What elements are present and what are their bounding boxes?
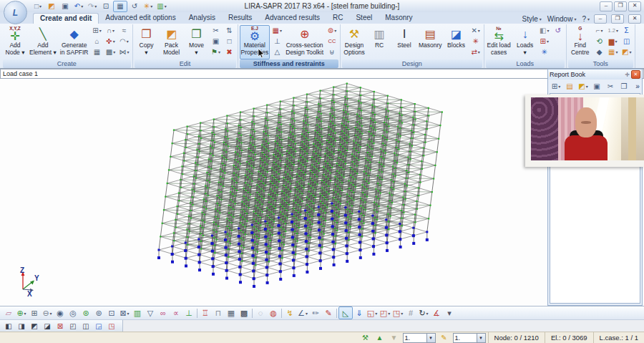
copy-button[interactable]: ❐Copy ▾ (135, 25, 159, 59)
assemble-icon[interactable]: ⚑▾ (210, 47, 223, 57)
refresh-icon[interactable]: ↺ (128, 1, 141, 11)
report-add-icon[interactable]: ⊞▾ (550, 82, 562, 92)
packs-icon[interactable]: ◫ (620, 36, 633, 47)
plane-yz-icon[interactable]: ◳▾ (391, 307, 404, 319)
copy-properties-icon[interactable]: ▣ (210, 36, 223, 47)
tab-masonry[interactable]: Masonry (379, 13, 419, 24)
chart-tool-icon[interactable]: ▥▾ (155, 1, 168, 11)
status-mode-icon[interactable]: ⚒ (359, 333, 372, 343)
check-sections-icon[interactable]: ⇄▾ (469, 47, 482, 57)
doc-close-button[interactable]: ✕ (628, 14, 641, 24)
favorites-icon[interactable]: ✳▾ (142, 1, 155, 11)
find-centre-button[interactable]: G↓FindCentre (568, 25, 592, 59)
arch-icon[interactable]: ∩▾ (104, 25, 117, 36)
maximize-button[interactable]: ❐ (614, 1, 627, 11)
tables-icon[interactable]: ▆▾ (607, 36, 620, 47)
view-isometric-icon[interactable]: ◲ (92, 321, 105, 331)
unify-icon[interactable]: ✳ (469, 36, 482, 47)
close-button[interactable]: ✕ (628, 1, 641, 11)
polygon-select-icon[interactable]: ▱ (2, 307, 15, 319)
view-back-icon[interactable]: ◩ (28, 321, 41, 331)
assign-design-icon[interactable]: ✕▾ (469, 25, 482, 36)
design-options-button[interactable]: ⚒DesignOptions (342, 25, 366, 59)
dynamic-load-icon[interactable]: ✳ (538, 47, 551, 57)
report-cut-icon[interactable]: ✂ (604, 82, 617, 92)
chevron-down-icon[interactable]: ▼ (477, 334, 485, 342)
minimize-button[interactable]: – (600, 1, 613, 11)
report-open-icon[interactable]: ◩▾ (577, 82, 590, 92)
material-properties-button[interactable]: E.J⚙MaterialProperties (240, 25, 270, 59)
zoom-out-icon[interactable]: ⊖▾ (41, 307, 54, 319)
search-selected-icon[interactable]: ◍ (267, 307, 280, 319)
mosaic-plot-icon[interactable]: ▥ (131, 307, 144, 319)
status-edit-icon[interactable]: ✎ (438, 333, 451, 343)
pin-icon[interactable]: ✛ (625, 72, 630, 78)
display-select[interactable]: 1. ▼ (453, 333, 486, 343)
zoom-previous-icon[interactable]: ◎ (67, 307, 79, 319)
restore-fragment-icon[interactable]: ∝ (170, 307, 182, 319)
view-left-icon[interactable]: ◪ (41, 321, 54, 331)
view-front-icon[interactable]: ◨ (15, 321, 28, 331)
chevron-down-icon[interactable]: ▼ (426, 334, 435, 342)
model-check-icon[interactable]: ⟲ (593, 36, 606, 47)
truss-icon[interactable]: ⋈▾ (118, 47, 131, 57)
axes-view-icon[interactable]: ∡ (430, 307, 443, 319)
grid-step-icon[interactable]: ⊞ (28, 307, 41, 319)
filter-icon[interactable]: ▽ (144, 307, 157, 319)
select-block-icon[interactable]: □ (223, 36, 236, 47)
upright-elements-icon[interactable]: ⊥ (182, 307, 195, 319)
move-button[interactable]: ❐Move ▾ (185, 25, 209, 59)
search-icon[interactable]: ◌ (254, 307, 267, 319)
block-select[interactable]: 1. ▼ (403, 333, 436, 343)
load-weight-icon[interactable]: ◧▾ (538, 25, 551, 36)
tab-results[interactable]: Results (222, 13, 258, 24)
tab-advanced-results[interactable]: Advanced results (258, 13, 326, 24)
edit-load-cases-button[interactable]: №⇆Edit loadcases (486, 25, 512, 59)
lock-fragment-icon[interactable]: ⊓ (212, 307, 225, 319)
blocks-button[interactable]: ◪Blocks (444, 25, 469, 59)
zoom-extents-icon[interactable]: ⊚ (92, 307, 105, 319)
report-copy-icon[interactable]: ❐ (618, 82, 630, 92)
status-block-down-icon[interactable]: ▼ (388, 333, 401, 343)
report-save-icon[interactable]: ▣ (590, 82, 603, 92)
zoom-in-icon[interactable]: ⊕▾ (15, 307, 28, 319)
view-top-icon[interactable]: ◰ (67, 321, 79, 331)
pencil-icon[interactable]: ✏ (309, 307, 322, 319)
local-axes-icon[interactable]: ⊜▾ (326, 25, 338, 36)
load-groups-icon[interactable]: ↺ (552, 25, 565, 36)
undo-icon[interactable]: ↶▾ (72, 1, 85, 11)
girder-icon[interactable]: ⌂ (91, 36, 104, 47)
generate-sapfir-button[interactable]: ◆Generatein SAPFIR (59, 25, 90, 59)
doc-minimize-button[interactable]: – (594, 14, 607, 24)
shade-view-icon[interactable]: ▩ (238, 307, 250, 319)
plane-xy-icon[interactable]: ◰▾ (379, 307, 391, 319)
numbers-icon[interactable]: # (404, 307, 417, 319)
pack-model-button[interactable]: ◩PackModel (160, 25, 184, 59)
new-file-icon[interactable]: □▾ (31, 1, 44, 11)
colors-icon[interactable]: ◩▾ (620, 47, 633, 57)
report-close-icon[interactable]: ✕ (631, 70, 640, 79)
tab-rc[interactable]: RC (326, 13, 349, 24)
added-mass-icon[interactable]: ⊎ (326, 47, 338, 57)
measure-icon[interactable]: ⌐▾ (593, 25, 606, 36)
stage-icon[interactable]: ♖ (199, 307, 212, 319)
rotation-body-icon[interactable]: ◠▾ (118, 36, 131, 47)
load-strip-icon[interactable]: ⊞▾ (538, 36, 551, 47)
open-file-icon[interactable]: ◩ (45, 1, 58, 11)
fragment-icon[interactable]: ∞ (157, 307, 170, 319)
surface-icon[interactable]: ≈ (118, 25, 131, 36)
flashlight-icon[interactable]: ↯ (283, 307, 296, 319)
screen-capture-icon[interactable]: ▦ (113, 1, 127, 12)
add-element-button[interactable]: ╲AddElement ▾ (28, 25, 58, 59)
isometry-icon[interactable]: ◺ (338, 306, 353, 319)
add-mesh-node-icon[interactable]: ✜▾ (104, 36, 117, 47)
view-right-icon[interactable]: ⊠ (54, 321, 67, 331)
cross-section-toolkit-button[interactable]: ⊕Cross-sectionDesign Toolkit (284, 25, 325, 59)
report-overflow-icon[interactable]: » (631, 82, 644, 92)
add-node-button[interactable]: X,Y,Z✛AddNode ▾ (3, 25, 27, 59)
rotate-model-icon[interactable]: ↻▾ (417, 307, 430, 319)
view-perspective-icon[interactable]: ◳ (105, 321, 118, 331)
rigid-body-icon[interactable]: CC (326, 36, 338, 47)
save-icon[interactable]: ▣ (59, 1, 72, 11)
zoom-window-icon[interactable]: ◉ (54, 307, 67, 319)
